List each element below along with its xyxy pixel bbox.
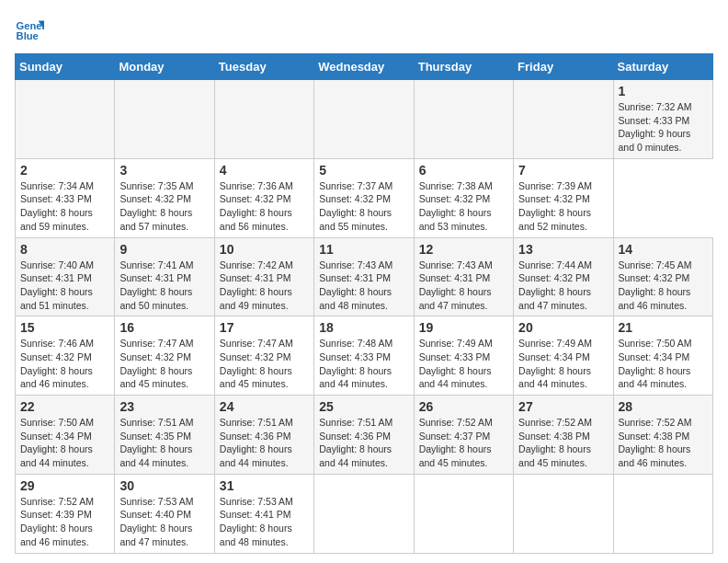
day-number: 4 (220, 163, 309, 178)
day-number: 22 (20, 399, 109, 414)
day-info: Sunrise: 7:41 AM Sunset: 4:31 PM Dayligh… (119, 259, 193, 311)
day-cell (613, 474, 712, 553)
day-cell: 5 Sunrise: 7:37 AM Sunset: 4:32 PM Dayli… (314, 158, 414, 237)
day-info: Sunrise: 7:52 AM Sunset: 4:37 PM Dayligh… (419, 417, 493, 468)
day-cell (514, 474, 613, 553)
day-number: 23 (119, 399, 209, 414)
day-number: 29 (20, 478, 109, 493)
day-info: Sunrise: 7:49 AM Sunset: 4:34 PM Dayligh… (518, 338, 592, 389)
week-row-4: 22 Sunrise: 7:50 AM Sunset: 4:34 PM Dayl… (16, 396, 713, 475)
day-info: Sunrise: 7:40 AM Sunset: 4:31 PM Dayligh… (20, 259, 94, 311)
day-cell: 28 Sunrise: 7:52 AM Sunset: 4:38 PM Dayl… (613, 396, 712, 475)
day-info: Sunrise: 7:38 AM Sunset: 4:32 PM Dayligh… (419, 180, 493, 232)
day-cell: 30 Sunrise: 7:53 AM Sunset: 4:40 PM Dayl… (115, 474, 214, 553)
day-cell: 14 Sunrise: 7:45 AM Sunset: 4:32 PM Dayl… (613, 237, 712, 316)
day-info: Sunrise: 7:43 AM Sunset: 4:31 PM Dayligh… (419, 259, 493, 311)
day-number: 3 (119, 163, 209, 178)
day-info: Sunrise: 7:47 AM Sunset: 4:32 PM Dayligh… (119, 338, 193, 389)
day-cell (314, 80, 414, 159)
day-info: Sunrise: 7:50 AM Sunset: 4:34 PM Dayligh… (20, 417, 94, 468)
week-row-1: 2 Sunrise: 7:34 AM Sunset: 4:33 PM Dayli… (16, 158, 713, 237)
day-cell: 9 Sunrise: 7:41 AM Sunset: 4:31 PM Dayli… (115, 237, 214, 316)
col-header-wednesday: Wednesday (314, 54, 414, 80)
day-cell (314, 474, 414, 553)
logo-icon: General Blue (15, 15, 44, 44)
logo: General Blue (15, 15, 48, 44)
day-number: 17 (220, 320, 309, 335)
day-info: Sunrise: 7:52 AM Sunset: 4:39 PM Dayligh… (20, 496, 94, 547)
day-cell: 7 Sunrise: 7:39 AM Sunset: 4:32 PM Dayli… (514, 158, 613, 237)
day-cell: 17 Sunrise: 7:47 AM Sunset: 4:32 PM Dayl… (214, 316, 313, 396)
day-number: 1 (619, 84, 708, 98)
day-cell: 27 Sunrise: 7:52 AM Sunset: 4:38 PM Dayl… (514, 396, 613, 475)
day-number: 31 (220, 478, 309, 493)
day-number: 11 (319, 242, 408, 257)
col-header-sunday: Sunday (16, 54, 115, 80)
day-cell (414, 474, 513, 553)
day-cell: 20 Sunrise: 7:49 AM Sunset: 4:34 PM Dayl… (514, 316, 613, 396)
day-number: 5 (319, 163, 408, 178)
day-cell (414, 80, 513, 159)
day-cell: 10 Sunrise: 7:42 AM Sunset: 4:31 PM Dayl… (214, 237, 313, 316)
day-number: 19 (419, 320, 508, 335)
day-cell (214, 80, 313, 159)
day-info: Sunrise: 7:39 AM Sunset: 4:32 PM Dayligh… (518, 180, 592, 232)
day-number: 26 (419, 399, 508, 414)
week-row-0: 1 Sunrise: 7:32 AM Sunset: 4:33 PM Dayli… (16, 80, 713, 159)
day-cell: 18 Sunrise: 7:48 AM Sunset: 4:33 PM Dayl… (314, 316, 414, 396)
day-cell: 26 Sunrise: 7:52 AM Sunset: 4:37 PM Dayl… (414, 396, 513, 475)
day-info: Sunrise: 7:32 AM Sunset: 4:33 PM Dayligh… (619, 101, 692, 153)
page-header: General Blue (15, 15, 713, 44)
day-cell: 23 Sunrise: 7:51 AM Sunset: 4:35 PM Dayl… (115, 396, 214, 475)
day-info: Sunrise: 7:37 AM Sunset: 4:32 PM Dayligh… (319, 180, 392, 232)
day-cell: 6 Sunrise: 7:38 AM Sunset: 4:32 PM Dayli… (414, 158, 513, 237)
col-header-saturday: Saturday (613, 54, 712, 80)
day-info: Sunrise: 7:51 AM Sunset: 4:36 PM Dayligh… (319, 417, 392, 468)
day-cell: 2 Sunrise: 7:34 AM Sunset: 4:33 PM Dayli… (16, 158, 115, 237)
day-cell: 24 Sunrise: 7:51 AM Sunset: 4:36 PM Dayl… (214, 396, 313, 475)
day-number: 7 (518, 163, 608, 178)
day-info: Sunrise: 7:35 AM Sunset: 4:32 PM Dayligh… (119, 180, 193, 232)
day-info: Sunrise: 7:53 AM Sunset: 4:41 PM Dayligh… (220, 496, 293, 547)
day-number: 13 (518, 242, 608, 257)
day-cell: 25 Sunrise: 7:51 AM Sunset: 4:36 PM Dayl… (314, 396, 414, 475)
day-cell: 31 Sunrise: 7:53 AM Sunset: 4:41 PM Dayl… (214, 474, 313, 553)
week-row-2: 8 Sunrise: 7:40 AM Sunset: 4:31 PM Dayli… (16, 237, 713, 316)
day-cell: 4 Sunrise: 7:36 AM Sunset: 4:32 PM Dayli… (214, 158, 313, 237)
day-info: Sunrise: 7:53 AM Sunset: 4:40 PM Dayligh… (119, 496, 193, 547)
day-number: 15 (20, 320, 109, 335)
day-info: Sunrise: 7:51 AM Sunset: 4:36 PM Dayligh… (220, 417, 293, 468)
day-cell: 29 Sunrise: 7:52 AM Sunset: 4:39 PM Dayl… (16, 474, 115, 553)
day-cell: 8 Sunrise: 7:40 AM Sunset: 4:31 PM Dayli… (16, 237, 115, 316)
day-number: 16 (119, 320, 209, 335)
day-number: 30 (119, 478, 209, 493)
day-number: 12 (419, 242, 508, 257)
day-info: Sunrise: 7:52 AM Sunset: 4:38 PM Dayligh… (619, 417, 692, 468)
day-info: Sunrise: 7:52 AM Sunset: 4:38 PM Dayligh… (518, 417, 592, 468)
day-cell: 13 Sunrise: 7:44 AM Sunset: 4:32 PM Dayl… (514, 237, 613, 316)
day-cell (16, 80, 115, 159)
day-info: Sunrise: 7:50 AM Sunset: 4:34 PM Dayligh… (619, 338, 692, 389)
day-number: 6 (419, 163, 508, 178)
week-row-5: 29 Sunrise: 7:52 AM Sunset: 4:39 PM Dayl… (16, 474, 713, 553)
day-number: 28 (619, 399, 708, 414)
day-cell: 12 Sunrise: 7:43 AM Sunset: 4:31 PM Dayl… (414, 237, 513, 316)
day-info: Sunrise: 7:36 AM Sunset: 4:32 PM Dayligh… (220, 180, 293, 232)
day-number: 21 (619, 320, 708, 335)
day-cell: 3 Sunrise: 7:35 AM Sunset: 4:32 PM Dayli… (115, 158, 214, 237)
day-cell: 19 Sunrise: 7:49 AM Sunset: 4:33 PM Dayl… (414, 316, 513, 396)
day-number: 10 (220, 242, 309, 257)
day-cell: 21 Sunrise: 7:50 AM Sunset: 4:34 PM Dayl… (613, 316, 712, 396)
day-info: Sunrise: 7:45 AM Sunset: 4:32 PM Dayligh… (619, 259, 692, 311)
day-cell: 15 Sunrise: 7:46 AM Sunset: 4:32 PM Dayl… (16, 316, 115, 396)
week-row-3: 15 Sunrise: 7:46 AM Sunset: 4:32 PM Dayl… (16, 316, 713, 396)
day-cell (514, 80, 613, 159)
day-number: 25 (319, 399, 408, 414)
day-number: 9 (119, 242, 209, 257)
svg-text:Blue: Blue (17, 30, 39, 41)
day-number: 18 (319, 320, 408, 335)
calendar-table: SundayMondayTuesdayWednesdayThursdayFrid… (15, 53, 713, 554)
day-number: 27 (518, 399, 608, 414)
day-info: Sunrise: 7:47 AM Sunset: 4:32 PM Dayligh… (220, 338, 293, 389)
day-cell: 1 Sunrise: 7:32 AM Sunset: 4:33 PM Dayli… (613, 80, 712, 159)
